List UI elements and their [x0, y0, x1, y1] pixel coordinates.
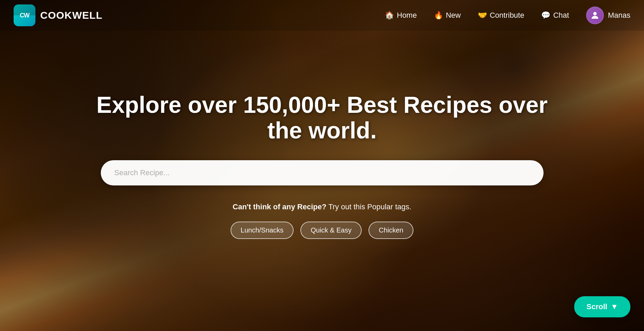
- search-container: [101, 160, 544, 185]
- nav-chat-label: Chat: [553, 11, 569, 20]
- search-input[interactable]: [101, 160, 544, 185]
- logo-link[interactable]: CW COOKWELL: [14, 4, 103, 26]
- hero-content: Explore over 150,000+ Best Recipes over …: [0, 31, 644, 239]
- nav-contribute-label: Contribute: [490, 11, 524, 20]
- hero-title: Explore over 150,000+ Best Recipes over …: [84, 92, 561, 143]
- nav-links: 🏠 Home 🔥 New 🤝 Contribute 💬 Chat: [378, 7, 576, 23]
- popular-tags-suffix: Try out this Popular tags.: [328, 202, 411, 211]
- avatar: [586, 6, 604, 24]
- nav-new-label: New: [446, 11, 461, 20]
- nav-home-label: Home: [397, 11, 417, 20]
- tag-lunch-snacks[interactable]: Lunch/Snacks: [231, 222, 294, 239]
- tag-quick-easy[interactable]: Quick & Easy: [300, 222, 362, 239]
- nav-home[interactable]: 🏠 Home: [378, 7, 424, 23]
- popular-tags-prefix: Can't think of any Recipe?: [233, 202, 326, 211]
- tag-chicken[interactable]: Chicken: [368, 222, 413, 239]
- popular-tags-hint: Can't think of any Recipe? Try out this …: [233, 202, 411, 211]
- contribute-icon: 🤝: [478, 11, 487, 20]
- logo-icon: CW: [14, 4, 35, 26]
- home-icon: 🏠: [385, 11, 394, 20]
- chat-icon: 💬: [541, 11, 550, 20]
- scroll-button[interactable]: Scroll ▼: [574, 296, 630, 317]
- navbar: CW COOKWELL 🏠 Home 🔥 New 🤝 Contribute 💬 …: [0, 0, 644, 31]
- tags-container: Lunch/Snacks Quick & Easy Chicken: [231, 222, 414, 239]
- logo-letters: CW: [20, 12, 29, 19]
- user-name: Manas: [608, 11, 630, 20]
- chevron-down-icon: ▼: [611, 302, 618, 311]
- user-menu[interactable]: Manas: [586, 6, 630, 24]
- fire-icon: 🔥: [434, 11, 443, 20]
- svg-point-0: [593, 12, 597, 15]
- nav-contribute[interactable]: 🤝 Contribute: [471, 7, 531, 23]
- user-icon: [590, 10, 600, 20]
- nav-chat[interactable]: 💬 Chat: [534, 7, 576, 23]
- nav-new[interactable]: 🔥 New: [427, 7, 468, 23]
- scroll-label: Scroll: [586, 302, 607, 311]
- app-name: COOKWELL: [40, 10, 103, 21]
